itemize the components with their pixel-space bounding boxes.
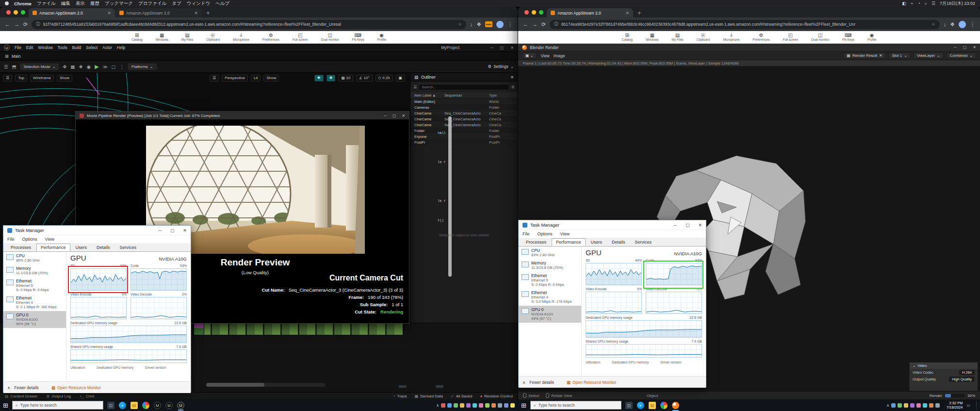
image-datablock[interactable]: ▦ Render Result ✕: [843, 52, 885, 59]
appstream-toolbar-item[interactable]: ⚙ Preferences: [752, 33, 769, 42]
menu-history[interactable]: 履歴: [90, 0, 99, 7]
column-item-label[interactable]: Item Label ▲: [414, 93, 444, 98]
open-resource-monitor-link[interactable]: ▦ Open Resource Monitor: [567, 380, 616, 385]
save-icon[interactable]: ⬒: [12, 64, 16, 69]
tm-sidebar-item[interactable]: Ethernet Ethernet 5 S: 0 Kbps R: 0 Kbps: [519, 272, 581, 289]
status-icon-search[interactable]: ⌕: [925, 1, 927, 6]
menu-file[interactable]: ファイル: [37, 0, 56, 7]
extensions-icon[interactable]: ❖: [476, 21, 481, 28]
outliner-search-input[interactable]: [419, 84, 509, 90]
tm-tab[interactable]: Details: [607, 238, 630, 246]
movie-render-titlebar[interactable]: Movie Pipeline Render (Preview) [Job 1/1…: [76, 112, 409, 120]
camera-speed-value[interactable]: ◇ 0.25: [376, 75, 393, 82]
outliner-scrollbar[interactable]: [448, 116, 452, 277]
url-text[interactable]: 91f74d9712485451a91f1fab01676a6959f1adfc…: [43, 22, 455, 27]
forward-icon[interactable]: →: [532, 21, 538, 27]
sequencer-scrollbar[interactable]: [206, 383, 325, 387]
new-tab-button[interactable]: +: [637, 9, 641, 16]
active-app-name[interactable]: Chrome: [14, 1, 32, 6]
tm-sidebar-item[interactable]: Ethernet Ethernet 5 S: 0 Kbps R: 0 Kbps: [3, 277, 66, 294]
appstream-toolbar-item[interactable]: ⊞ Catalog: [131, 33, 142, 42]
ue-menu-build[interactable]: Build: [72, 45, 81, 50]
close-window-button[interactable]: [6, 10, 11, 15]
ue-menu-help[interactable]: Help: [117, 45, 125, 50]
taskbar-search[interactable]: ⌕ Type here to search: [12, 401, 103, 410]
status-icon-display[interactable]: ◧: [902, 1, 906, 6]
unreal-app-icon[interactable]: U: [154, 402, 161, 409]
outliner-row[interactable]: Cameras Folder: [410, 104, 518, 110]
tm-tab[interactable]: Performance: [552, 238, 586, 246]
blender-icon-active[interactable]: [672, 402, 679, 409]
start-button[interactable]: ⊞: [521, 402, 526, 409]
statusbar-button[interactable]: ✓ All Saved: [451, 394, 473, 398]
maximize-icon[interactable]: ▢: [686, 223, 690, 228]
outliner-settings-icon[interactable]: ⚙: [511, 85, 515, 89]
tab-close-icon[interactable]: ✕: [194, 11, 198, 16]
minimize-icon[interactable]: ─: [384, 114, 387, 118]
slot-dropdown[interactable]: Slot 1 ⌄: [889, 52, 911, 59]
play-button[interactable]: ▶: [95, 64, 98, 70]
forward-icon[interactable]: →: [14, 21, 19, 27]
notification-center-icon[interactable]: ▭: [966, 403, 970, 408]
menu-icon[interactable]: ☰: [4, 64, 8, 69]
tm-menu-item[interactable]: File: [523, 231, 530, 236]
viewport-lit-dropdown[interactable]: Lit: [251, 75, 261, 82]
tm-tab[interactable]: Processes: [522, 238, 551, 246]
outliner-tab[interactable]: Outliner: [421, 75, 436, 80]
tray-expand-icon[interactable]: ∧: [886, 403, 889, 408]
profile-avatar[interactable]: [496, 21, 504, 28]
site-info-icon[interactable]: ⓘ: [554, 21, 558, 27]
appstream-toolbar-item[interactable]: ⎘ Clipboard: [206, 33, 220, 42]
appstream-toolbar-item[interactable]: ◰ Full screen: [293, 33, 308, 42]
appstream-toolbar-item[interactable]: ◫ Dual monitor: [811, 33, 829, 42]
downloads-icon[interactable]: ↓: [944, 21, 947, 27]
appstream-toolbar-item[interactable]: ⚙ Preferences: [262, 33, 279, 42]
status-icon-control-center[interactable]: ☰: [931, 1, 935, 6]
appstream-toolbar-item[interactable]: ⏚ Microphone: [233, 33, 249, 42]
edge-icon[interactable]: e: [637, 402, 644, 409]
outliner-row[interactable]: CineCame Seq_CineCameraActo CineCa: [410, 116, 518, 122]
menubar-clock[interactable]: 7月18日(木) 23:02: [940, 0, 975, 7]
close-window-button[interactable]: [524, 10, 529, 15]
appstream-toolbar-item[interactable]: ⊞ Catalog: [622, 33, 633, 42]
appstream-toolbar-item[interactable]: ▦ Windows: [155, 33, 168, 42]
transform-icon[interactable]: ✥: [63, 64, 66, 69]
play-options-icon[interactable]: ⋮: [120, 64, 125, 69]
appstream-toolbar-item[interactable]: ▤ My Files: [181, 33, 193, 42]
address-bar[interactable]: ⓘ 6b174ea983e4297e32f7881d7495e0bb3c46cc…: [550, 20, 939, 29]
menu-profiles[interactable]: プロファイル: [138, 0, 166, 7]
outliner-row[interactable]: CineCame Seq_CineCameraActo CineCa: [410, 122, 518, 128]
profile-avatar[interactable]: [959, 21, 966, 28]
tray-expand-icon[interactable]: ∧: [436, 403, 439, 408]
menu-help[interactable]: ヘルプ: [215, 0, 229, 7]
minimize-window-button[interactable]: [532, 10, 536, 15]
downloads-icon[interactable]: ↓: [470, 21, 473, 27]
task-view-icon[interactable]: ◫: [107, 402, 114, 409]
property-row[interactable]: Video Codec H.264: [910, 369, 978, 376]
task-manager-titlebar[interactable]: Task Manager ─ ▢ ✕: [519, 220, 706, 230]
fewer-details-button[interactable]: Fewer details: [529, 380, 554, 385]
appstream-toolbar-item[interactable]: ◫ Dual monitor: [321, 33, 339, 42]
url-text[interactable]: 6b174ea983e4297e32f7881d7495e0bb3c46cc96…: [561, 22, 929, 27]
statusbar-button[interactable]: ▦ Derived Data: [415, 394, 443, 398]
tm-tab[interactable]: Processes: [6, 244, 35, 251]
tm-sidebar-item[interactable]: GPU 0 NVIDIA A10G 49% (57 °C): [519, 306, 581, 323]
statusbar-button[interactable]: ▤ Content Drawer: [5, 394, 38, 398]
viewport-camera-dropdown[interactable]: Perspective: [222, 75, 248, 82]
tm-tab[interactable]: Users: [587, 238, 607, 246]
fewer-details-button[interactable]: Fewer details: [14, 385, 39, 390]
ue-menu-actor[interactable]: Actor: [102, 45, 112, 50]
extensions-icon[interactable]: ❖: [950, 21, 955, 28]
status-icon-wifi[interactable]: ◔: [917, 1, 920, 6]
tm-tab[interactable]: Performance: [36, 244, 70, 251]
menu-view[interactable]: 表示: [76, 0, 85, 7]
outliner-row[interactable]: Expone PostPr: [410, 133, 518, 139]
tab-close-icon[interactable]: ✕: [107, 11, 111, 16]
appstream-toolbar-item[interactable]: ◰ Full screen: [783, 33, 798, 42]
close-icon[interactable]: ✕: [402, 114, 405, 118]
angle-snap-value[interactable]: ∠ 10°: [356, 75, 373, 82]
unreal-app-icon-active[interactable]: U: [177, 402, 184, 409]
stop-button[interactable]: ▢: [112, 64, 116, 69]
maximize-icon[interactable]: ▢: [963, 45, 967, 49]
viewlayer-dropdown[interactable]: ViewLayer ⌄: [914, 52, 944, 59]
